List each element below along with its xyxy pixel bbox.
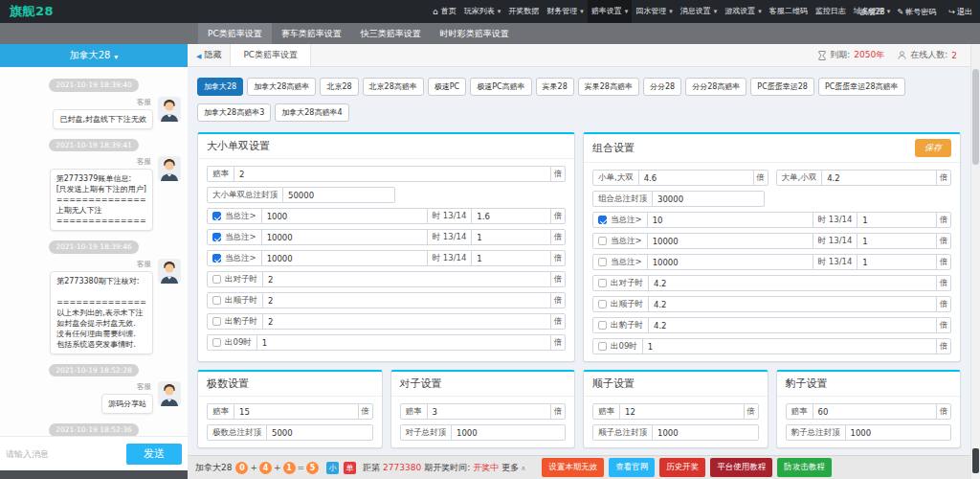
value-input[interactable]: 3 xyxy=(427,403,552,420)
value-input[interactable]: 1 xyxy=(857,233,937,249)
logout-link[interactable]: 退出 xyxy=(948,7,972,17)
value-input[interactable]: 1000 xyxy=(652,424,759,441)
value-input[interactable]: 5000 xyxy=(266,424,373,441)
scrollbar-bottom-thumb[interactable] xyxy=(972,448,979,473)
value-input[interactable]: 1 xyxy=(256,334,551,351)
value-input[interactable]: 10 xyxy=(647,212,813,228)
status-action-button[interactable]: 查看官网 xyxy=(609,458,655,477)
game-tab[interactable]: 加拿大28高赔率4 xyxy=(275,103,348,122)
value-input[interactable]: 15 xyxy=(234,403,359,420)
top-nav-item[interactable]: 监控日志 xyxy=(812,0,850,23)
value-input[interactable]: 12 xyxy=(619,403,745,420)
value-input[interactable]: 1 xyxy=(642,338,937,354)
checkbox[interactable] xyxy=(212,212,221,220)
hide-sidebar-button[interactable]: 隐藏 xyxy=(188,49,230,61)
checkbox[interactable] xyxy=(598,237,607,245)
game-tab[interactable]: 加拿大28高赔率 xyxy=(247,78,316,96)
value-input[interactable]: 10000 xyxy=(261,250,428,266)
chat-message-input[interactable] xyxy=(6,449,126,459)
value-input[interactable]: 30000 xyxy=(652,191,765,207)
chat-room-selector[interactable]: 加拿大28 xyxy=(0,44,188,67)
send-button[interactable]: 发送 xyxy=(126,444,182,465)
value-input[interactable]: 2 xyxy=(262,292,551,308)
checkbox[interactable] xyxy=(212,296,221,305)
value-input[interactable]: 2 xyxy=(234,166,551,182)
value-input[interactable]: 50000 xyxy=(282,187,395,203)
checkbox[interactable] xyxy=(598,279,607,287)
game-tab[interactable]: 极速PC xyxy=(428,78,466,96)
value-input[interactable]: 10000 xyxy=(647,233,813,249)
value-input[interactable]: 4.2 xyxy=(648,296,937,312)
value-input[interactable]: 1 xyxy=(471,250,551,266)
game-tab[interactable]: PC蛋蛋幸运28高赔率 xyxy=(818,78,905,96)
chat-bubble-line: ============== xyxy=(56,194,146,205)
top-nav-item[interactable]: 首页 xyxy=(429,0,460,23)
top-nav-item[interactable]: 财务管理 xyxy=(543,0,588,23)
checkbox[interactable] xyxy=(212,275,221,284)
game-tab[interactable]: 宾果28 xyxy=(536,78,574,96)
top-nav-item[interactable]: 玩家列表 xyxy=(460,0,505,23)
checkbox[interactable] xyxy=(598,258,607,266)
top-nav-item[interactable]: 回水管理 xyxy=(632,0,677,23)
more-toggle[interactable]: 更多 xyxy=(501,462,525,474)
checkbox[interactable] xyxy=(598,216,607,224)
value-input[interactable]: 4.2 xyxy=(648,275,937,291)
sub-nav-item[interactable]: PC类赔率设置 xyxy=(198,23,272,44)
game-tab[interactable]: PC蛋蛋幸运28 xyxy=(750,78,814,96)
settings-row: 出09时1倍 xyxy=(592,338,951,354)
value-input[interactable]: 4.2 xyxy=(821,170,937,186)
value-input[interactable]: 60 xyxy=(813,403,938,420)
top-nav-item[interactable]: 客服二维码 xyxy=(766,0,812,23)
sub-nav-item[interactable]: 时时彩类赔率设置 xyxy=(431,23,519,44)
game-tab[interactable]: 分分28高赔率 xyxy=(685,78,746,96)
account-password-link[interactable]: 帐号密码 xyxy=(898,7,937,17)
game-tab[interactable]: 加拿大28 xyxy=(197,78,243,96)
top-nav-item[interactable]: 游戏设置 xyxy=(721,0,766,23)
status-action-button[interactable]: 平台使用教程 xyxy=(710,458,772,477)
checkbox[interactable] xyxy=(212,233,221,241)
value-input[interactable]: 1.6 xyxy=(471,208,551,224)
checkbox[interactable] xyxy=(212,338,221,347)
value-input[interactable]: 1 xyxy=(857,212,937,228)
value-input[interactable]: 1000 xyxy=(845,424,952,441)
game-tab[interactable]: 北京28 xyxy=(320,78,358,96)
value-input[interactable]: 1 xyxy=(471,229,551,245)
top-nav-item[interactable]: 消息设置 xyxy=(677,0,722,23)
game-tab[interactable]: 北京28高赔率 xyxy=(363,78,424,96)
chat-message-list[interactable]: 2021-10-19 18:39:40客服已封盘,封盘线下下注无效2021-10… xyxy=(0,67,188,436)
value-input[interactable]: 4.6 xyxy=(638,170,754,186)
field-label: 时 13/14 xyxy=(427,229,473,245)
game-tab[interactable]: 宾果28高赔率 xyxy=(578,78,639,96)
save-button[interactable]: 保存 xyxy=(915,139,951,157)
value-input[interactable]: 2 xyxy=(262,271,551,287)
checkbox[interactable] xyxy=(212,317,221,326)
status-action-button[interactable]: 防攻击教程 xyxy=(777,458,832,477)
top-nav-item[interactable]: 开奖数据 xyxy=(504,0,543,23)
hourglass-icon xyxy=(818,51,826,60)
game-tab[interactable]: 分分28 xyxy=(643,78,681,96)
checkbox[interactable] xyxy=(212,254,221,262)
checkbox[interactable] xyxy=(598,321,607,330)
value-input[interactable]: 4.2 xyxy=(648,317,937,333)
scrollbar-thumb[interactable] xyxy=(972,69,979,165)
vertical-scrollbar[interactable] xyxy=(970,44,980,479)
value-input[interactable]: 10000 xyxy=(261,229,428,245)
status-action-button[interactable]: 设置本期无效 xyxy=(542,458,604,477)
value-input[interactable]: 1000 xyxy=(451,424,566,441)
top-nav-item[interactable]: 赔率设置 xyxy=(588,0,633,23)
value-input[interactable]: 1000 xyxy=(261,208,428,224)
status-action-button[interactable]: 历史开奖 xyxy=(659,458,705,477)
chevron-down-icon xyxy=(114,51,118,61)
tab-pc-odds-settings[interactable]: PC类赔率设置 xyxy=(230,44,311,66)
operator: + xyxy=(250,463,257,472)
game-tab[interactable]: 极速PC高赔率 xyxy=(470,78,531,96)
checkbox[interactable] xyxy=(598,300,607,308)
value-input[interactable]: 1 xyxy=(857,254,937,270)
value-input[interactable]: 2 xyxy=(262,313,551,330)
checkbox[interactable] xyxy=(598,342,607,351)
game-tab[interactable]: 加拿大28高赔率3 xyxy=(197,103,271,122)
value-input[interactable]: 10000 xyxy=(647,254,813,270)
unit-label: 倍 xyxy=(358,403,373,420)
sub-nav-item[interactable]: 快三类赔率设置 xyxy=(351,23,431,44)
sub-nav-item[interactable]: 赛车类赔率设置 xyxy=(272,23,351,44)
